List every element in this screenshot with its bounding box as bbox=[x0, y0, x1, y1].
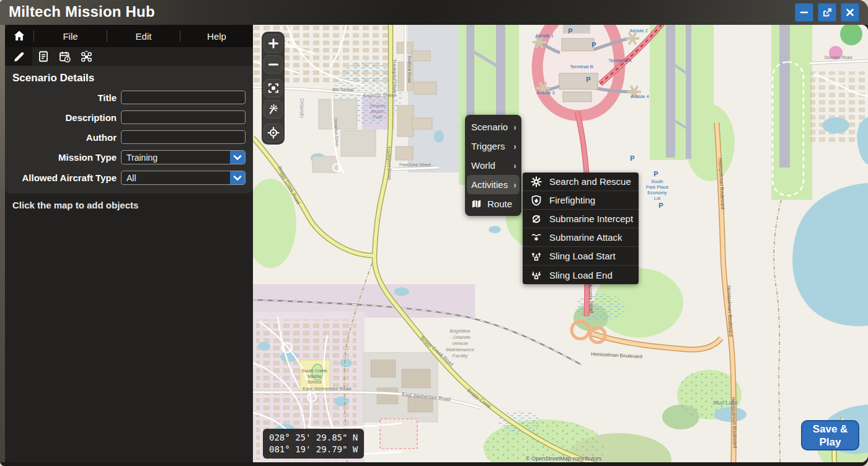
map-hint-text: Click the map to add objects bbox=[12, 200, 246, 210]
aircraft-type-select[interactable]: All bbox=[121, 171, 246, 185]
submenu-label: Sling Load End bbox=[549, 270, 613, 280]
airport-label: Airside 1 bbox=[535, 33, 553, 38]
road-label: East Wetherbee Road bbox=[303, 386, 352, 392]
mission-type-dropdown-button[interactable] bbox=[230, 150, 245, 164]
zoom-out-icon bbox=[267, 58, 280, 71]
submenu-label: Firefighting bbox=[549, 195, 595, 205]
area-label: South Creek bbox=[301, 368, 327, 374]
menu-file[interactable]: File bbox=[34, 31, 107, 42]
app-window: Miltech Mission Hub bbox=[0, 0, 868, 466]
window-controls bbox=[795, 3, 859, 22]
save-and-play-button[interactable]: Save & Play bbox=[801, 420, 859, 450]
submarine-intercept-icon bbox=[529, 213, 543, 225]
road-label: Express Street bbox=[363, 92, 396, 98]
chevron-right-icon: › bbox=[514, 141, 516, 151]
area-label: South bbox=[651, 179, 663, 184]
map-controls bbox=[262, 32, 285, 145]
window-bottom-edge bbox=[0, 462, 868, 466]
area-label: School bbox=[308, 379, 322, 385]
area-label: Orlando bbox=[370, 103, 386, 109]
chevron-right-icon: › bbox=[514, 179, 516, 190]
aircraft-type-dropdown-button[interactable] bbox=[230, 171, 245, 185]
scenario-details-panel: Scenario Details Title Description Autho… bbox=[5, 66, 253, 194]
submenu-label: Search and Rescue bbox=[549, 176, 631, 187]
minimize-icon bbox=[799, 7, 809, 17]
menu-help[interactable]: Help bbox=[180, 31, 253, 42]
menu-edit[interactable]: Edit bbox=[107, 31, 180, 42]
menu-bar: File Edit Help bbox=[5, 25, 253, 47]
title-label: Title bbox=[12, 92, 117, 103]
drone-tool-button[interactable] bbox=[76, 47, 97, 66]
gear-icon bbox=[529, 176, 543, 187]
fit-view-button[interactable] bbox=[264, 79, 283, 97]
locate-button[interactable] bbox=[264, 123, 283, 142]
edit-pencil-icon bbox=[12, 50, 25, 63]
aircraft-type-value: All bbox=[122, 173, 230, 183]
fire-shield-icon bbox=[529, 195, 543, 206]
home-button[interactable] bbox=[5, 25, 33, 47]
context-item-world[interactable]: World › bbox=[465, 156, 521, 175]
sidebar: File Edit Help bbox=[5, 25, 253, 462]
fit-view-icon bbox=[267, 82, 280, 94]
mission-type-label: Mission Type bbox=[12, 152, 117, 163]
maximize-icon bbox=[822, 7, 833, 18]
coordinates-readout: 028° 25' 29.85" N081° 19' 29.79" W bbox=[263, 429, 364, 459]
mission-type-select[interactable]: Training bbox=[121, 150, 246, 164]
submenu-label: Sling Load Start bbox=[549, 251, 616, 261]
context-item-scenario[interactable]: Scenario › bbox=[465, 117, 521, 137]
submenu-item-sling-load-end[interactable]: Sling Load End bbox=[523, 266, 639, 284]
minimize-button[interactable] bbox=[795, 3, 813, 22]
window-left-edge bbox=[0, 25, 5, 462]
airport-label: Terminal A bbox=[608, 58, 632, 63]
sling-load-start-icon bbox=[529, 251, 543, 262]
locate-icon bbox=[267, 127, 280, 139]
panel-heading: Scenario Details bbox=[12, 72, 246, 84]
context-item-triggers[interactable]: Triggers › bbox=[465, 137, 521, 156]
map-attribution: © OpenStreetMap contributors. bbox=[526, 455, 603, 462]
map-icon bbox=[471, 199, 482, 209]
airport-label: Airside 3 bbox=[536, 90, 554, 96]
submenu-item-sling-load-start[interactable]: Sling Load Start bbox=[523, 247, 639, 266]
follow-icon bbox=[267, 103, 280, 115]
area-label: Lot bbox=[654, 195, 661, 201]
maximize-button[interactable] bbox=[818, 3, 836, 22]
area-label: Economy bbox=[647, 190, 667, 195]
area-label: Maintenance bbox=[446, 347, 474, 352]
chevron-right-icon: › bbox=[514, 160, 516, 171]
zoom-in-button[interactable] bbox=[264, 34, 283, 53]
context-item-route[interactable]: Route bbox=[465, 194, 521, 213]
map-context-menu: Scenario › Triggers › World › Activities… bbox=[465, 115, 521, 216]
water-label: Mud Lake bbox=[713, 400, 738, 406]
latitude-value: 028° 25' 29.85" N bbox=[269, 432, 358, 444]
follow-mode-button[interactable] bbox=[264, 100, 283, 119]
submenu-item-firefighting[interactable]: Firefighting bbox=[523, 191, 639, 210]
area-label: Facility bbox=[453, 353, 469, 359]
submenu-item-submarine-intercept[interactable]: Submarine Intercept bbox=[523, 210, 639, 228]
window-title: Miltech Mission Hub bbox=[9, 3, 155, 20]
context-item-activities[interactable]: Activities › bbox=[467, 175, 520, 194]
description-input[interactable] bbox=[121, 110, 246, 124]
area-label: Middle bbox=[308, 374, 321, 379]
schedule-icon bbox=[58, 50, 71, 63]
submenu-item-submarine-attack[interactable]: Submarine Attack bbox=[523, 228, 639, 247]
schedule-tool-button[interactable] bbox=[54, 47, 76, 66]
notes-tool-button[interactable] bbox=[32, 47, 54, 66]
parking-icon: P bbox=[658, 202, 663, 209]
parking-icon: P bbox=[591, 41, 596, 48]
submenu-item-search-and-rescue[interactable]: Search and Rescue bbox=[523, 173, 639, 191]
titlebar: Miltech Mission Hub bbox=[0, 0, 868, 25]
parking-icon: P bbox=[653, 170, 658, 177]
area-label: Park Place bbox=[646, 184, 668, 190]
road-label: 8th Street bbox=[332, 87, 354, 92]
title-input[interactable] bbox=[121, 91, 246, 104]
close-button[interactable] bbox=[841, 3, 859, 22]
edit-tool-button[interactable] bbox=[5, 47, 32, 66]
author-input[interactable] bbox=[121, 130, 246, 144]
zoom-out-button[interactable] bbox=[264, 55, 283, 74]
map-area: 8th Street Express Street FreeZone Stree… bbox=[253, 25, 868, 462]
road-label: Dowden Road bbox=[825, 55, 852, 60]
area-label: Vehicle bbox=[452, 341, 468, 346]
area-label: Brightline bbox=[450, 328, 471, 334]
close-icon bbox=[845, 7, 855, 17]
airport-label: Airside 4 bbox=[631, 94, 649, 99]
